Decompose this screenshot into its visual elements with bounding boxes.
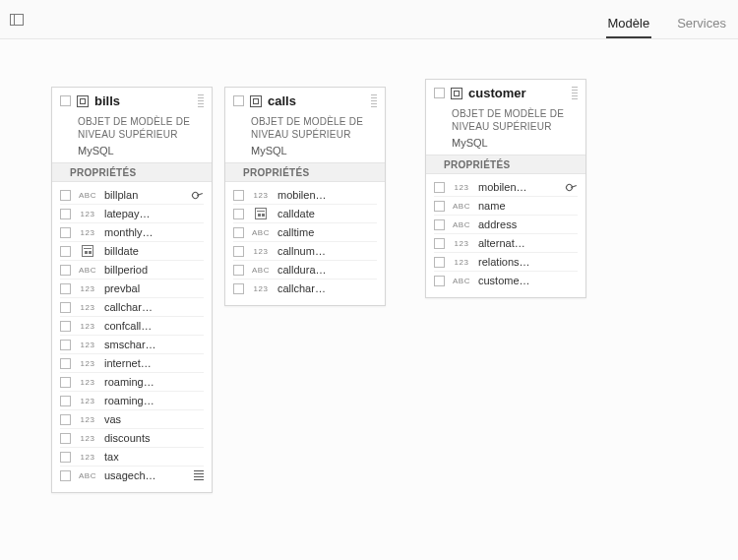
property-row[interactable]: callchar…	[233, 280, 377, 297]
drag-handle-icon[interactable]	[198, 94, 204, 108]
checkbox[interactable]	[434, 276, 445, 286]
checkbox[interactable]	[60, 340, 71, 350]
calendar-icon	[255, 208, 267, 219]
panel-header: calls	[225, 88, 385, 110]
property-row[interactable]: tax	[60, 448, 204, 467]
checkbox[interactable]	[233, 190, 244, 201]
checkbox[interactable]	[60, 227, 71, 238]
checkbox[interactable]	[434, 257, 445, 268]
checkbox[interactable]	[434, 219, 445, 230]
checkbox[interactable]	[434, 182, 445, 193]
property-name: latepay…	[104, 208, 204, 219]
checkbox[interactable]	[233, 265, 244, 276]
checkbox[interactable]	[434, 88, 445, 98]
checkbox[interactable]	[233, 283, 244, 294]
property-row[interactable]: internet…	[60, 354, 204, 373]
property-row[interactable]: calltime	[233, 223, 377, 242]
property-row[interactable]: billperiod	[60, 261, 204, 280]
property-row[interactable]: calldate	[233, 205, 377, 223]
property-name: roaming…	[104, 395, 204, 406]
checkbox[interactable]	[60, 246, 71, 257]
type-tag	[451, 277, 472, 285]
property-row[interactable]: roaming…	[60, 373, 204, 392]
checkbox[interactable]	[60, 209, 71, 219]
checkbox[interactable]	[60, 452, 71, 463]
property-name: calldate	[277, 208, 377, 219]
checkbox[interactable]	[60, 470, 71, 481]
property-row[interactable]: alternat…	[434, 234, 578, 253]
property-row[interactable]: custome…	[434, 272, 578, 289]
checkbox[interactable]	[60, 396, 71, 406]
property-row[interactable]: address	[434, 216, 578, 234]
property-row[interactable]: mobilen…	[434, 178, 578, 197]
tab-model[interactable]: Modèle	[606, 16, 652, 38]
checkbox[interactable]	[60, 302, 71, 313]
type-tag	[77, 303, 98, 312]
type-tag	[250, 266, 272, 275]
property-row[interactable]: usagech…	[60, 467, 204, 484]
panel-source: MySQL	[78, 145, 204, 156]
checkbox[interactable]	[233, 246, 244, 257]
tabs: Modèle Services	[606, 0, 729, 38]
panel-subtitle: OBJET DE MODÈLE DE NIVEAU SUPÉRIEUR	[78, 116, 204, 141]
property-row[interactable]: roaming…	[60, 392, 204, 410]
type-tag	[250, 247, 272, 256]
entity-panel-customer[interactable]: customer OBJET DE MODÈLE DE NIVEAU SUPÉR…	[425, 79, 586, 298]
property-row[interactable]: calldura…	[233, 261, 377, 280]
model-canvas[interactable]: bills OBJET DE MODÈLE DE NIVEAU SUPÉRIEU…	[0, 39, 738, 560]
checkbox[interactable]	[60, 377, 71, 388]
type-tag	[77, 284, 98, 293]
property-row[interactable]: monthly…	[60, 223, 204, 242]
property-name: monthly…	[104, 226, 204, 238]
property-name: mobilen…	[478, 181, 560, 193]
section-label: PROPRIÉTÉS	[52, 162, 212, 182]
property-row[interactable]: billplan	[60, 186, 204, 205]
property-row[interactable]: billdate	[60, 242, 204, 261]
tab-services[interactable]: Services	[675, 16, 728, 38]
property-name: callchar…	[277, 282, 377, 294]
checkbox[interactable]	[60, 433, 71, 444]
properties-list: mobilen…calldatecalltimecallnum…calldura…	[233, 186, 377, 297]
checkbox[interactable]	[60, 358, 71, 369]
property-row[interactable]: prevbal	[60, 280, 204, 298]
type-tag	[77, 378, 98, 387]
checkbox[interactable]	[233, 209, 244, 219]
property-row[interactable]: discounts	[60, 429, 204, 448]
type-tag	[77, 359, 98, 368]
entity-panel-calls[interactable]: calls OBJET DE MODÈLE DE NIVEAU SUPÉRIEU…	[224, 87, 386, 306]
panel-toggle-icon[interactable]	[10, 14, 24, 26]
type-tag	[451, 258, 472, 267]
checkbox[interactable]	[60, 265, 71, 276]
checkbox[interactable]	[60, 414, 71, 425]
property-name: custome…	[478, 275, 578, 286]
property-row[interactable]: vas	[60, 410, 204, 429]
property-row[interactable]: latepay…	[60, 205, 204, 223]
property-row[interactable]: relations…	[434, 253, 578, 272]
property-name: mobilen…	[277, 189, 377, 201]
checkbox[interactable]	[233, 227, 244, 238]
property-row[interactable]: name	[434, 197, 578, 216]
object-icon	[451, 88, 462, 99]
checkbox[interactable]	[434, 201, 445, 212]
properties-list: mobilen…nameaddressalternat…relations…cu…	[434, 178, 578, 289]
property-name: calldura…	[277, 264, 377, 276]
property-row[interactable]: callnum…	[233, 242, 377, 261]
checkbox[interactable]	[233, 95, 244, 106]
property-row[interactable]: mobilen…	[233, 186, 377, 205]
checkbox[interactable]	[60, 321, 71, 332]
type-tag	[77, 341, 98, 349]
property-row[interactable]: confcall…	[60, 317, 204, 336]
checkbox[interactable]	[434, 238, 445, 249]
drag-handle-icon[interactable]	[572, 87, 578, 100]
type-tag	[451, 183, 472, 192]
checkbox[interactable]	[60, 283, 71, 294]
checkbox[interactable]	[60, 95, 71, 106]
panel-source: MySQL	[452, 137, 578, 149]
property-row[interactable]: smschar…	[60, 336, 204, 354]
key-icon	[566, 181, 578, 193]
drag-handle-icon[interactable]	[371, 94, 377, 108]
entity-panel-bills[interactable]: bills OBJET DE MODÈLE DE NIVEAU SUPÉRIEU…	[51, 87, 213, 493]
panel-title: bills	[94, 93, 120, 108]
property-row[interactable]: callchar…	[60, 298, 204, 317]
checkbox[interactable]	[60, 190, 71, 201]
